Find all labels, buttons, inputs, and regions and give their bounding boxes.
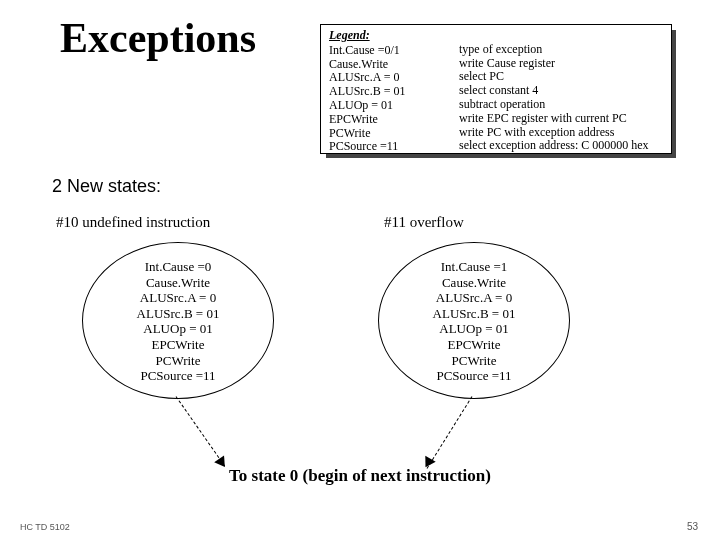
state-11-line-5: EPCWrite bbox=[379, 337, 569, 353]
state-11-line-3: ALUSrc.B = 01 bbox=[379, 306, 569, 322]
state-10-node: Int.Cause =0 Cause.Write ALUSrc.A = 0 AL… bbox=[82, 242, 274, 399]
legend-right-7: select exception address: C 000000 hex bbox=[459, 139, 663, 153]
arrow-from-state-10 bbox=[176, 396, 226, 466]
state-11-line-1: Cause.Write bbox=[379, 275, 569, 291]
footer-page-number: 53 bbox=[687, 521, 698, 532]
state-11-line-0: Int.Cause =1 bbox=[379, 259, 569, 275]
legend-left-4: ALUOp = 01 bbox=[329, 99, 459, 113]
to-state-0-caption: To state 0 (begin of next instruction) bbox=[0, 466, 720, 486]
legend-left-5: EPCWrite bbox=[329, 113, 459, 127]
state-10-line-6: PCWrite bbox=[83, 353, 273, 369]
state-11-line-4: ALUOp = 01 bbox=[379, 321, 569, 337]
legend-right-1: write Cause register bbox=[459, 57, 663, 71]
state-10-line-7: PCSource =11 bbox=[83, 368, 273, 384]
arrow-from-state-11 bbox=[427, 396, 473, 469]
state-10-label: #10 undefined instruction bbox=[56, 214, 210, 231]
legend-right-5: write EPC register with current PC bbox=[459, 112, 663, 126]
legend-box: Legend: Int.Cause =0/1 Cause.Write ALUSr… bbox=[320, 24, 672, 154]
legend-left-3: ALUSrc.B = 01 bbox=[329, 85, 459, 99]
legend-left-6: PCWrite bbox=[329, 127, 459, 141]
legend-left-1: Cause.Write bbox=[329, 58, 459, 72]
state-10-line-4: ALUOp = 01 bbox=[83, 321, 273, 337]
subheading-new-states: 2 New states: bbox=[52, 176, 161, 197]
footer-course-code: HC TD 5102 bbox=[20, 522, 70, 532]
legend-right-4: subtract operation bbox=[459, 98, 663, 112]
state-11-line-7: PCSource =11 bbox=[379, 368, 569, 384]
legend-right-spacer bbox=[459, 29, 663, 43]
legend-left-2: ALUSrc.A = 0 bbox=[329, 71, 459, 85]
legend-left-7: PCSource =11 bbox=[329, 140, 459, 154]
state-11-node: Int.Cause =1 Cause.Write ALUSrc.A = 0 AL… bbox=[378, 242, 570, 399]
legend-left-0: Int.Cause =0/1 bbox=[329, 44, 459, 58]
state-10-line-3: ALUSrc.B = 01 bbox=[83, 306, 273, 322]
state-11-line-2: ALUSrc.A = 0 bbox=[379, 290, 569, 306]
legend-right-3: select constant 4 bbox=[459, 84, 663, 98]
state-10-line-5: EPCWrite bbox=[83, 337, 273, 353]
legend-right-2: select PC bbox=[459, 70, 663, 84]
state-11-line-6: PCWrite bbox=[379, 353, 569, 369]
page-title: Exceptions bbox=[60, 14, 256, 62]
state-11-label: #11 overflow bbox=[384, 214, 464, 231]
legend-heading: Legend: bbox=[329, 29, 459, 43]
legend-right-0: type of exception bbox=[459, 43, 663, 57]
legend-right-6: write PC with exception address bbox=[459, 126, 663, 140]
state-10-line-2: ALUSrc.A = 0 bbox=[83, 290, 273, 306]
state-10-line-1: Cause.Write bbox=[83, 275, 273, 291]
state-10-line-0: Int.Cause =0 bbox=[83, 259, 273, 275]
